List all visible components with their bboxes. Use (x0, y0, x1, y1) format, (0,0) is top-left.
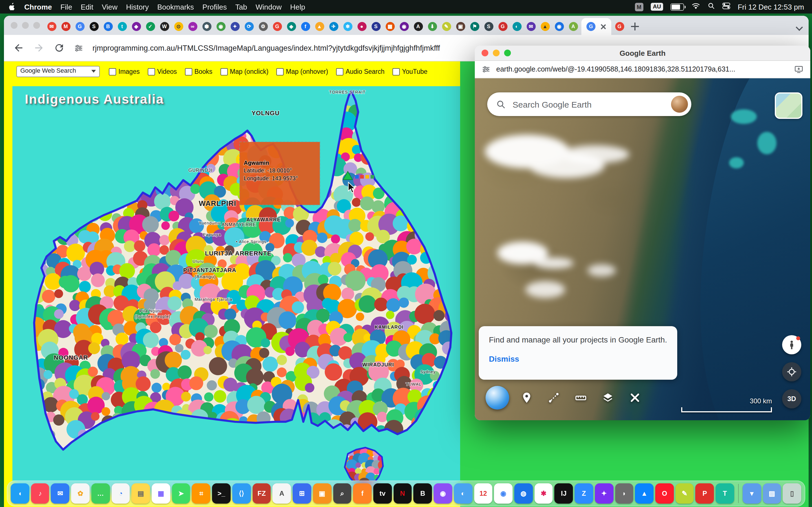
language-region[interactable] (293, 206, 309, 222)
language-region[interactable] (107, 116, 126, 135)
language-region[interactable] (427, 141, 442, 156)
language-region[interactable] (161, 145, 171, 155)
pinned-tab[interactable]: ▲ (312, 18, 326, 35)
language-region[interactable] (397, 127, 410, 140)
language-region[interactable] (386, 298, 400, 312)
language-region[interactable] (406, 86, 426, 102)
language-region[interactable] (224, 308, 236, 320)
language-region[interactable] (154, 165, 170, 181)
language-region[interactable] (37, 232, 48, 243)
account-avatar[interactable] (671, 96, 688, 113)
dock-icon-podcasts[interactable]: ◉ (434, 483, 452, 504)
apple-menu-icon[interactable] (8, 2, 16, 11)
language-region[interactable] (193, 151, 204, 161)
dock-icon-firefox[interactable]: f (353, 483, 371, 504)
pinned-tab[interactable]: ⊙ (171, 18, 186, 35)
language-region[interactable] (69, 300, 81, 311)
language-region[interactable] (150, 430, 159, 439)
language-region[interactable] (65, 197, 86, 217)
language-region[interactable] (442, 139, 460, 158)
language-region[interactable] (260, 95, 270, 104)
language-region[interactable] (28, 420, 49, 441)
language-region[interactable] (439, 165, 454, 180)
language-region[interactable] (202, 86, 220, 99)
option-books[interactable]: Books (185, 68, 212, 75)
language-region[interactable] (356, 313, 364, 321)
language-region[interactable] (21, 105, 42, 126)
language-region[interactable] (303, 117, 319, 133)
language-region[interactable] (143, 332, 159, 348)
language-region[interactable] (434, 86, 447, 94)
dock-icon-downloads[interactable]: ▾ (743, 483, 761, 504)
language-region[interactable] (311, 99, 320, 108)
language-region[interactable] (15, 342, 36, 362)
language-region[interactable] (442, 109, 455, 121)
language-region[interactable] (217, 117, 226, 126)
pinned-tab[interactable]: ✦ (228, 18, 242, 35)
language-region[interactable] (102, 392, 110, 400)
language-region[interactable] (83, 128, 93, 138)
language-region[interactable] (278, 311, 297, 329)
dock-icon-notes[interactable]: ▤ (132, 483, 150, 504)
language-region[interactable] (271, 93, 285, 107)
language-region[interactable] (285, 219, 294, 228)
dock-icon-slack[interactable]: ✱ (534, 483, 553, 504)
language-region[interactable] (196, 132, 207, 143)
language-region[interactable] (19, 118, 33, 131)
pinned-tab[interactable]: ✎ (439, 18, 453, 35)
language-region[interactable] (169, 115, 184, 130)
language-region[interactable] (246, 369, 264, 386)
language-region[interactable] (103, 321, 111, 330)
dock-icon-messages[interactable]: … (91, 483, 110, 504)
pinned-tab[interactable]: ✓ (143, 18, 157, 35)
language-region[interactable] (66, 244, 85, 262)
language-region[interactable] (184, 126, 197, 139)
control-center-icon[interactable] (722, 2, 730, 11)
map-container[interactable]: TORRES STRAITYOLNGUGURINDJIWARLPIRIALYAW… (12, 86, 460, 494)
language-region[interactable] (177, 111, 198, 131)
language-region[interactable] (356, 119, 368, 131)
language-region[interactable] (204, 325, 218, 338)
language-region[interactable] (48, 186, 60, 198)
language-region[interactable] (159, 235, 170, 245)
dock-icon-trash[interactable]: ▯ (783, 483, 801, 504)
language-region[interactable] (42, 290, 55, 303)
language-region[interactable] (150, 369, 160, 379)
pinned-tab[interactable]: ◐ (510, 18, 524, 35)
language-region[interactable] (95, 139, 115, 160)
language-region[interactable] (259, 348, 269, 358)
language-region[interactable] (91, 153, 108, 170)
language-region[interactable] (191, 102, 211, 121)
site-settings-icon[interactable] (481, 65, 491, 74)
language-region[interactable] (44, 214, 62, 232)
language-region[interactable] (252, 88, 260, 96)
search-type-select[interactable]: Google Web Search (16, 66, 100, 77)
language-region[interactable] (336, 455, 343, 463)
language-region[interactable] (64, 138, 82, 157)
language-region[interactable] (325, 363, 342, 381)
language-region[interactable] (391, 145, 413, 167)
language-region[interactable] (247, 396, 266, 414)
dock-icon-photos[interactable]: ✿ (71, 483, 89, 504)
language-region[interactable] (421, 86, 435, 98)
dock-icon-safari[interactable]: ◔ (111, 483, 130, 504)
language-region[interactable] (292, 301, 304, 314)
zoom-window-button[interactable] (33, 22, 40, 29)
language-region[interactable] (93, 429, 102, 438)
language-region[interactable] (48, 162, 57, 171)
language-region[interactable] (391, 140, 410, 158)
dock-icon-music[interactable]: ♪ (31, 483, 49, 504)
language-region[interactable] (32, 113, 48, 129)
language-region[interactable] (206, 108, 219, 122)
language-region[interactable] (82, 176, 91, 186)
language-region[interactable] (386, 129, 404, 147)
language-region[interactable] (281, 116, 297, 133)
dock-icon-filezilla[interactable]: FZ (252, 483, 271, 504)
language-region[interactable] (177, 138, 192, 152)
dock-icon-opera[interactable]: O (655, 483, 673, 504)
language-region[interactable] (270, 86, 291, 101)
option-youtube[interactable]: YouTube (393, 68, 427, 75)
language-region[interactable] (190, 184, 200, 194)
language-region[interactable] (164, 151, 184, 170)
pinned-tab[interactable]: ⬇ (425, 18, 439, 35)
